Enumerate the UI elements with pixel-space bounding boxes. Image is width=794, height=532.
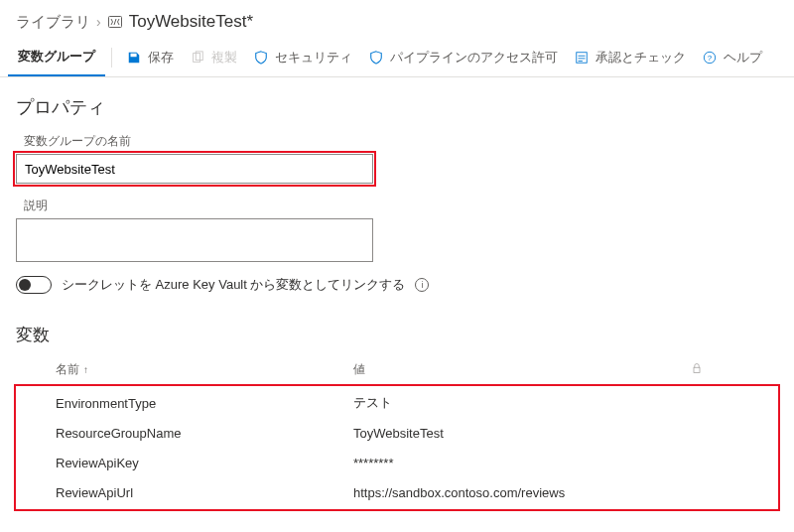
svg-rect-6 [694,367,700,372]
save-button[interactable]: 保存 [118,38,182,76]
chevron-right-icon: › [96,14,101,30]
name-input[interactable] [16,154,373,184]
lock-icon [691,362,703,374]
variable-group-icon [107,14,123,30]
clone-label: 複製 [211,49,237,66]
checklist-icon [574,50,590,66]
column-header-name[interactable]: 名前 ↑ [56,361,353,378]
pipeline-permissions-label: パイプラインのアクセス許可 [390,49,558,66]
var-name-cell: ResourceGroupName [56,424,353,443]
toolbar: 変数グループ 保存 複製 セキュリティ パイプラインのアクセス許可 承認とチェッ… [0,38,794,77]
info-icon[interactable]: i [415,278,429,292]
security-button[interactable]: セキュリティ [245,38,360,76]
content: プロパティ 変数グループの名前 説明 シークレットを Azure Key Vau… [0,77,794,527]
var-value-cell: テスト [353,392,691,414]
page-title: ToyWebsiteTest* [129,12,253,32]
column-header-lock [691,362,750,377]
help-label: ヘルプ [724,49,762,66]
variables-header-row: 名前 ↑ 値 [16,356,778,386]
shield-outline-icon [368,50,384,66]
var-value-cell: ToyWebsiteTest [353,424,691,443]
breadcrumb-root[interactable]: ライブラリ [16,13,90,32]
variables-table: 名前 ↑ 値 EnvironmentType テスト ResourceGroup… [16,356,778,509]
table-row[interactable]: EnvironmentType テスト [16,388,778,418]
properties-heading: プロパティ [16,95,778,119]
table-row[interactable]: ReviewApiKey ******** [16,448,778,477]
var-name-cell: EnvironmentType [56,394,353,413]
clone-icon [190,50,205,66]
toolbar-divider [111,48,112,67]
approvals-label: 承認とチェック [596,49,686,66]
description-input[interactable] [16,218,373,262]
variables-heading: 変数 [16,324,778,346]
var-name-cell: ReviewApiKey [56,454,353,472]
name-field-label: 変数グループの名前 [24,133,778,150]
pipeline-permissions-button[interactable]: パイプラインのアクセス許可 [360,38,566,76]
sort-ascending-icon: ↑ [83,364,88,375]
keyvault-toggle-row: シークレットを Azure Key Vault から変数としてリンクする i [16,276,778,294]
breadcrumb: ライブラリ › ToyWebsiteTest* [0,0,794,38]
var-value-cell: https://sandbox.contoso.com/reviews [353,483,691,502]
table-row[interactable]: ReviewApiUrl https://sandbox.contoso.com… [16,477,778,507]
description-field-label: 説明 [24,198,778,214]
keyvault-toggle-label: シークレットを Azure Key Vault から変数としてリンクする [62,276,405,294]
var-name-cell: ReviewApiUrl [56,483,353,502]
variables-body: EnvironmentType テスト ResourceGroupName To… [16,386,778,509]
help-icon: ? [702,50,718,66]
save-icon [126,50,142,66]
save-label: 保存 [148,49,174,66]
help-button[interactable]: ? ヘルプ [694,38,770,76]
tab-variable-group[interactable]: 変数グループ [8,38,105,76]
keyvault-toggle[interactable] [16,276,52,294]
shield-icon [253,50,269,66]
clone-button[interactable]: 複製 [182,38,245,76]
var-value-cell: ******** [353,454,691,472]
svg-text:?: ? [708,53,713,62]
approvals-button[interactable]: 承認とチェック [566,38,694,76]
security-label: セキュリティ [275,49,352,66]
table-row[interactable]: ResourceGroupName ToyWebsiteTest [16,418,778,448]
column-header-value[interactable]: 値 [353,361,691,378]
